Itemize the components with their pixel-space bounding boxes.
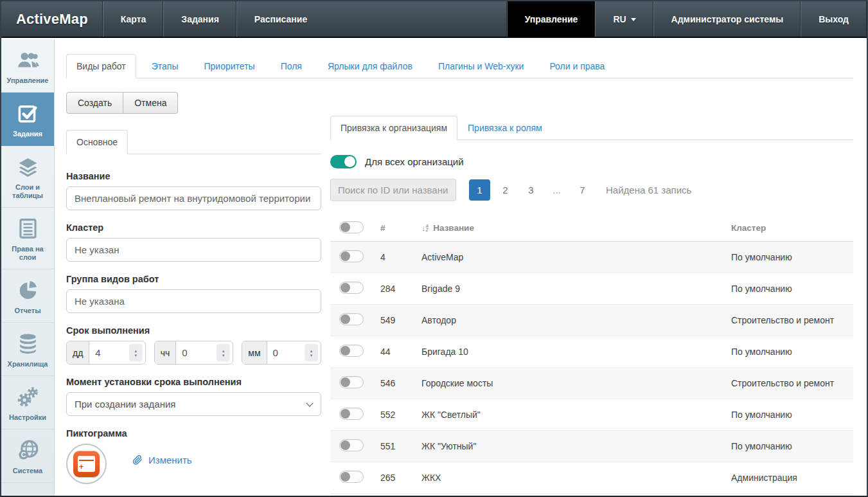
- row-name-text: ActiveMap: [421, 252, 463, 262]
- pagination-page-2[interactable]: 2: [495, 179, 516, 201]
- tab-priorities[interactable]: Приоритеты: [194, 54, 265, 78]
- topnav-item-schedule[interactable]: Расписание: [236, 1, 324, 37]
- all-orgs-toggle[interactable]: [330, 155, 357, 168]
- topnav-item-label: Управление: [525, 14, 578, 24]
- number-stepper[interactable]: ▴▾: [129, 344, 143, 361]
- table-row[interactable]: 44Бригада 10По умолчанию: [330, 336, 853, 368]
- topnav-item-management[interactable]: Управление: [507, 1, 596, 37]
- table-row[interactable]: 546Городские мостыСтроительство и ремонт: [330, 368, 853, 399]
- header-toggle[interactable]: [339, 221, 364, 233]
- sidebar-item-layers-tables[interactable]: Слои и таблицы: [1, 146, 54, 208]
- row-name-cell: ЖК "Светлый": [421, 410, 731, 420]
- search-input[interactable]: [330, 179, 456, 201]
- sort-az-icon[interactable]: ↓AZ: [421, 224, 429, 232]
- row-id-cell: 44: [380, 347, 421, 357]
- tab-roles-permissions[interactable]: Роли и права: [539, 54, 615, 78]
- topnav-item-map[interactable]: Карта: [103, 1, 164, 37]
- table-row[interactable]: 265ЖКХАдминистрация: [330, 462, 853, 494]
- table-rows: 4ActiveMapПо умолчанию284Brigade 9По умо…: [330, 242, 853, 497]
- topnav-item-account[interactable]: Администратор системы: [653, 1, 801, 37]
- row-name-cell: Brigade 9: [421, 284, 731, 294]
- sidebar-item-storages[interactable]: Хранилища: [1, 323, 54, 376]
- app-logo: ActiveMap: [1, 1, 103, 37]
- row-id-cell: 546: [380, 378, 421, 388]
- tab-stages[interactable]: Этапы: [141, 54, 189, 78]
- table-row[interactable]: 4ActiveMapПо умолчанию: [330, 242, 853, 273]
- row-toggle[interactable]: [339, 376, 364, 388]
- topnav-item-logout[interactable]: Выход: [801, 1, 867, 37]
- sidebar-item-management[interactable]: Управление: [1, 39, 54, 93]
- deadline-value-input[interactable]: [89, 341, 128, 364]
- sidebar-item-reports[interactable]: Отчеты: [1, 269, 54, 323]
- work-type-form-panel: Создать Отмена Основное Название Кластер…: [66, 92, 321, 484]
- row-toggle[interactable]: [339, 345, 364, 357]
- main-content: Виды работЭтапыПриоритетыПоляЯрлыки для …: [55, 38, 867, 497]
- row-toggle[interactable]: [339, 408, 364, 420]
- table-controls: 123...7 Найдена 61 запись: [330, 179, 853, 201]
- topnav-item-tasks[interactable]: Задания: [163, 1, 236, 37]
- cluster-input[interactable]: [66, 238, 321, 262]
- row-cluster-cell: По умолчанию: [731, 284, 853, 294]
- sidebar-item-settings[interactable]: Настройки: [1, 376, 54, 429]
- pagination-page-1[interactable]: 1: [469, 179, 490, 201]
- deadline-value-input[interactable]: [267, 341, 305, 364]
- sidebar-item-system[interactable]: CСистема: [1, 429, 54, 483]
- table-row[interactable]: 284Brigade 9По умолчанию: [330, 273, 853, 305]
- number-stepper[interactable]: ▴▾: [217, 344, 230, 361]
- sidebar-item-label: Задания: [13, 130, 42, 138]
- name-label: Название: [66, 171, 321, 181]
- tab-fields[interactable]: Поля: [270, 54, 312, 78]
- cancel-button[interactable]: Отмена: [123, 92, 178, 114]
- stepper-up-icon[interactable]: ▴: [310, 348, 313, 353]
- tab-main[interactable]: Основное: [66, 130, 128, 154]
- tab-plugins-webhooks[interactable]: Плагины и Web-хуки: [428, 54, 534, 78]
- change-pictogram-link[interactable]: Изменить: [132, 455, 192, 465]
- row-toggle[interactable]: [339, 250, 364, 262]
- tab-file-labels[interactable]: Ярлыки для файлов: [317, 54, 423, 78]
- deadline-label: Срок выполнения: [66, 325, 321, 336]
- name-input[interactable]: [66, 186, 321, 210]
- stepper-down-icon[interactable]: ▾: [134, 353, 137, 357]
- table-row[interactable]: 549АвтодорСтроительство и ремонт: [330, 305, 853, 336]
- stepper-up-icon[interactable]: ▴: [222, 348, 225, 353]
- tab-org-binding[interactable]: Привязка к организациям: [330, 116, 457, 140]
- deadline-value-input[interactable]: [176, 341, 217, 364]
- organizations-table: # ↓AZ Название Кластер 4ActiveMapПо умол…: [330, 215, 853, 497]
- row-toggle[interactable]: [339, 471, 364, 483]
- sidebar-item-tasks[interactable]: Задания: [1, 93, 54, 146]
- row-id-cell: 284: [380, 284, 421, 294]
- sidebar-item-layer-permissions[interactable]: Права на слои: [1, 208, 54, 269]
- stepper-up-icon[interactable]: ▴: [134, 348, 137, 353]
- tab-work-types[interactable]: Виды работ: [66, 54, 136, 78]
- table-row[interactable]: 552ЖК "Светлый"По умолчанию: [330, 399, 853, 431]
- stepper-down-icon[interactable]: ▾: [310, 353, 313, 357]
- sidebar-item-label: Управление: [6, 77, 48, 85]
- layers-icon: [16, 154, 40, 179]
- tab-role-binding[interactable]: Привязка к ролям: [457, 116, 553, 140]
- number-stepper[interactable]: ▴▾: [305, 344, 318, 361]
- row-id-cell: 552: [380, 410, 421, 420]
- row-toggle[interactable]: [339, 439, 364, 451]
- table-row[interactable]: 551ЖК "Уютный"По умолчанию: [330, 431, 853, 462]
- group-input[interactable]: [66, 289, 321, 313]
- create-button[interactable]: Создать: [66, 92, 123, 114]
- stepper-down-icon[interactable]: ▾: [222, 353, 225, 357]
- deadline-unit-label: чч: [155, 341, 177, 364]
- pictogram-preview[interactable]: +: [66, 444, 107, 484]
- deadline-moment-select[interactable]: При создании задания: [66, 392, 321, 416]
- topnav-item-label: Администратор системы: [671, 14, 784, 24]
- row-name-text: ЖКХ: [421, 473, 441, 483]
- column-header-cluster: Кластер: [731, 223, 853, 233]
- row-name-cell: Автодор: [421, 315, 731, 325]
- topnav-item-language[interactable]: RU: [595, 1, 653, 37]
- pagination-page-7[interactable]: 7: [572, 179, 593, 201]
- column-header-id: #: [380, 223, 421, 233]
- pagination-page-3[interactable]: 3: [520, 179, 542, 201]
- row-toggle[interactable]: [339, 282, 364, 294]
- row-id-cell: 551: [380, 441, 421, 451]
- result-count: Найдена 61 запись: [606, 185, 691, 195]
- group-label: Группа видов работ: [66, 274, 321, 284]
- row-toggle[interactable]: [339, 313, 364, 325]
- work-type-form: Название Кластер Группа видов работ Срок…: [66, 171, 321, 484]
- row-cluster-cell: По умолчанию: [731, 252, 853, 262]
